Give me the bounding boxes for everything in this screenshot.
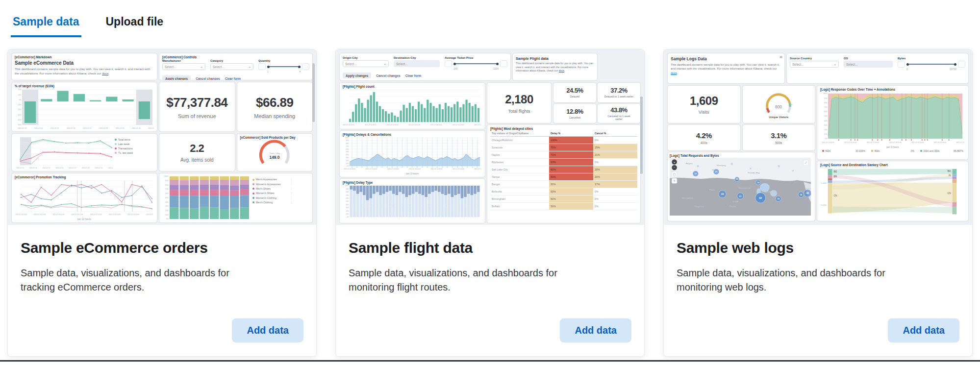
metric-value: 1,609: [690, 94, 718, 108]
tab-sample-data[interactable]: Sample data: [11, 15, 81, 37]
svg-text:40%: 40%: [346, 204, 349, 206]
svg-text:-40%: -40%: [18, 119, 22, 121]
svg-text:2021-07-16 12:00: 2021-07-16 12:00: [72, 214, 83, 216]
svg-text:0%: 0%: [825, 138, 828, 140]
logs-dashboard-thumbnail: ▤ Sample Logs Data This dashboard contai…: [664, 49, 972, 225]
table-row: Naples71%21%: [490, 151, 637, 159]
kebab-icon: ⋮: [290, 187, 293, 191]
markdown-heading: Sample Flight data: [516, 56, 594, 61]
svg-text:2021-07-16: 2021-07-16: [55, 167, 63, 169]
svg-text:2021-07-15 12:00: 2021-07-15 12:00: [52, 214, 64, 216]
add-data-button-web-logs[interactable]: Add data: [888, 318, 959, 342]
markdown-heading: Sample Logs Data: [671, 56, 781, 61]
legend-item: 200s and 300s66.667%: [920, 149, 963, 152]
svg-text:-10%: -10%: [18, 104, 22, 106]
slider-min: 1: [267, 70, 269, 73]
metric-value: 24.5%: [566, 87, 583, 94]
range-min-input: [258, 63, 266, 70]
select-placeholder: Select...: [165, 65, 176, 69]
svg-text:2021-07-14: 2021-07-14: [29, 167, 37, 169]
svg-text:Winnipeg: Winnipeg: [717, 164, 726, 167]
add-data-button-ecommerce[interactable]: Add data: [232, 318, 303, 342]
items-line-chart: 2021-07-132021-07-142021-07-152021-07-16…: [15, 136, 113, 169]
tab-upload-file[interactable]: Upload file: [104, 15, 166, 37]
svg-text:50%: 50%: [165, 197, 169, 199]
svg-text:0%: 0%: [19, 99, 22, 101]
control-avg-ticket-price: Average Ticket Price 1001200: [445, 56, 507, 70]
sample-data-cards: [eCommerce] Markdown Sample eCommerce Da…: [0, 37, 980, 357]
svg-text:2021-07-17 12:00: 2021-07-17 12:00: [90, 214, 102, 216]
manufacturer-select: Select...⌄: [162, 63, 205, 70]
quantity-slider: [267, 63, 301, 70]
svg-text:0%: 0%: [347, 165, 349, 167]
markdown-text: This dashboard contains sample data for …: [516, 62, 593, 72]
docs-link: docs: [102, 72, 108, 75]
svg-text:80%: 80%: [824, 102, 828, 104]
svg-text:2021-07-12 00:00: 2021-07-12 00:00: [386, 124, 398, 126]
svg-text:2021-07-11 00:00: 2021-07-11 00:00: [366, 168, 377, 170]
range-min-input: [445, 60, 452, 67]
svg-text:2021-07-15 00:00: 2021-07-15 00:00: [452, 124, 464, 126]
svg-text:70%: 70%: [165, 188, 169, 190]
svg-text:50%: 50%: [824, 115, 828, 117]
thumb-panel-most-delayed-cities: [Flights] Most delayed cities Top values…: [487, 125, 640, 223]
metric-value: $66.89: [256, 95, 294, 110]
panel-title: [Flights] Delay Type: [343, 181, 482, 184]
svg-text:17: 17: [694, 172, 697, 175]
svg-text:20%: 20%: [824, 129, 828, 131]
window-bottom-edge: [0, 360, 980, 362]
svg-text:11: 11: [736, 178, 738, 181]
markdown-text: This dashboard contains sample data for …: [671, 63, 779, 70]
svg-text:30%: 30%: [346, 157, 349, 159]
panel-title: [Logs] Source and Destination Sankey Cha…: [820, 163, 965, 167]
clear-form-button: Clear form: [225, 77, 241, 80]
control-source-country: Source Country Select...⌄: [790, 57, 839, 71]
map-draw-tool-icon: ✎: [673, 180, 675, 183]
unique-visitors-gauge: 800: [748, 90, 809, 116]
control-origin-city: Origin City Select...⌄: [343, 56, 389, 70]
metric-label: Sum of revenue: [178, 113, 216, 119]
table-row: Birmingham50%0%: [490, 195, 637, 203]
thumb-panel-items-chart: 2021-07-132021-07-142021-07-152021-07-16…: [12, 134, 157, 171]
svg-text:Cheyenne: Cheyenne: [694, 205, 704, 208]
panel-title: [Flights] Most delayed cities: [490, 127, 637, 130]
add-data-button-flights[interactable]: Add data: [560, 318, 631, 342]
flights-dashboard-thumbnail: Origin City Select...⌄ Destination City …: [336, 49, 644, 225]
markdown-suffix: .: [564, 69, 565, 72]
svg-text:2021-07-15 00:00: 2021-07-15 00:00: [822, 142, 834, 144]
svg-text:2021-07-10 00:00: 2021-07-10 00:00: [344, 168, 355, 170]
gauge-label: Trans / day: [270, 152, 280, 154]
legend-item: 400s0%: [871, 149, 914, 152]
metric-value: 2.2: [190, 142, 204, 155]
category-select: Select...⌄: [210, 63, 253, 70]
apply-changes-button: Apply changes: [343, 73, 371, 78]
svg-text:10%: 10%: [346, 213, 349, 215]
category-stacked-bar-chart: 100%90%80%70%60%50%40%30%20%10%0%: [162, 175, 251, 220]
metric-label: Total flights: [508, 109, 530, 114]
svg-text:20%: 20%: [165, 210, 169, 212]
thumb-panel-revenue-chart: % of target revenue ($10k) 20%10%0%-10%-…: [12, 82, 157, 131]
svg-text:Omaha: Omaha: [729, 205, 736, 208]
metric-label: Visits: [699, 110, 709, 115]
legend-item: Women's Accessories⋮: [252, 182, 293, 186]
thumb-panel-unique-visitors-gauge: 800 Unique Visitors: [743, 86, 815, 123]
metric-value: 3.1%: [771, 131, 786, 140]
legend-item: Women's Clothing⋮: [252, 195, 293, 200]
svg-text:2021-07-16 00:00: 2021-07-16 00:00: [474, 168, 481, 170]
card-body: Sample web logs Sample data, visualizati…: [664, 225, 972, 356]
trans-per-day-gauge: Trans / day 149.0: [245, 140, 304, 167]
svg-text:Minneapolis: Minneapolis: [738, 187, 750, 189]
thumbnail-scrollbar: [640, 97, 643, 174]
sankey-node-label: CN: [947, 192, 951, 195]
thumb-panel-avg-items: 2.2 Avg. items sold: [159, 134, 235, 171]
metric-label: Cancelled: [569, 116, 580, 119]
chevron-down-icon: ⌄: [607, 132, 609, 135]
gauge-label: Unique Visitors: [769, 116, 788, 119]
svg-text:70%: 70%: [824, 106, 828, 108]
legend-item: 500s33.333%: [822, 149, 865, 152]
field-label: Manufacturer: [162, 59, 205, 62]
metric-label: 500s: [775, 141, 782, 145]
legend-item: Men's Accessories⋮: [252, 177, 293, 182]
thumb-panel-400s: 4.2% 400s: [668, 125, 740, 150]
slider-min: 100: [453, 67, 457, 70]
